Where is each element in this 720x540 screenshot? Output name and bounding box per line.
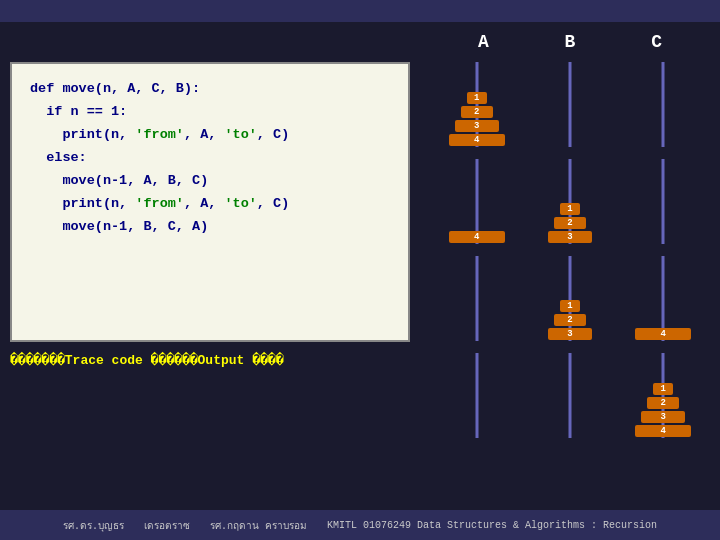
disc-4-r2a: 4 [449, 231, 505, 243]
disc-3-r1a: 3 [455, 120, 499, 132]
code-line-3: print(n, 'from', A, 'to', C) [30, 124, 390, 147]
code-panel: def move(n, A, C, B): if n == 1: print(n… [10, 32, 410, 500]
col-a-row2: 4 [442, 159, 512, 244]
diagram-row-4: 1 2 3 4 [430, 353, 710, 438]
code-line-6: print(n, 'from', A, 'to', C) [30, 193, 390, 216]
footer-author1: รศ.ดร.บุญธร [63, 518, 124, 533]
col-b-header: B [530, 32, 610, 52]
top-bar [0, 0, 720, 22]
col-b-row2: 1 2 3 [535, 159, 605, 244]
disc-1-r1a: 1 [467, 92, 487, 104]
disc-4-r3c: 4 [635, 328, 691, 340]
disc-3-r2b: 3 [548, 231, 592, 243]
code-line-1: def move(n, A, C, B): [30, 78, 390, 101]
footer-author3: รศ.กฤดาน คราบรอม [210, 518, 307, 533]
disc-3-r4c: 3 [641, 411, 685, 423]
disc-4-r1a: 4 [449, 134, 505, 146]
col-c-row3: 4 [628, 256, 698, 341]
diagram-row-3: 1 2 3 4 [430, 256, 710, 341]
col-b-row3: 1 2 3 [535, 256, 605, 341]
col-a-row3 [442, 256, 512, 341]
disc-2-r4c: 2 [647, 397, 679, 409]
diagram-rows: 1 2 3 4 [430, 57, 710, 438]
footer: รศ.ดร.บุญธร เดรอตราซ รศ.กฤดาน คราบรอม KM… [0, 510, 720, 540]
disc-2-r1a: 2 [461, 106, 493, 118]
disc-1-r4c: 1 [653, 383, 673, 395]
disc-2-r3b: 2 [554, 314, 586, 326]
footer-course: KMITL 01076249 Data Structures & Algorit… [327, 520, 657, 531]
footer-author2: เดรอตราซ [144, 518, 190, 533]
caption-text: �������Trace code ������Output ���� [10, 352, 410, 368]
col-c-header: C [617, 32, 697, 52]
code-line-7: move(n-1, B, C, A) [30, 216, 390, 239]
col-c-row2 [628, 159, 698, 244]
disc-1-r3b: 1 [560, 300, 580, 312]
col-c-row1 [628, 62, 698, 147]
code-line-4: else: [30, 147, 390, 170]
disc-1-r2b: 1 [560, 203, 580, 215]
col-b-row1 [535, 62, 605, 147]
column-headers: A B C [430, 32, 710, 52]
code-line-2: if n == 1: [30, 101, 390, 124]
disc-2-r2b: 2 [554, 217, 586, 229]
disc-4-r4c: 4 [635, 425, 691, 437]
col-b-row4 [535, 353, 605, 438]
code-line-5: move(n-1, A, B, C) [30, 170, 390, 193]
col-a-row4 [442, 353, 512, 438]
diagram-area: A B C 1 2 3 4 [410, 32, 710, 500]
diagram-row-2: 4 1 2 3 [430, 159, 710, 244]
col-a-header: A [443, 32, 523, 52]
diagram-row-1: 1 2 3 4 [430, 62, 710, 147]
disc-3-r3b: 3 [548, 328, 592, 340]
col-c-row4: 1 2 3 4 [628, 353, 698, 438]
col-a-row1: 1 2 3 4 [442, 62, 512, 147]
